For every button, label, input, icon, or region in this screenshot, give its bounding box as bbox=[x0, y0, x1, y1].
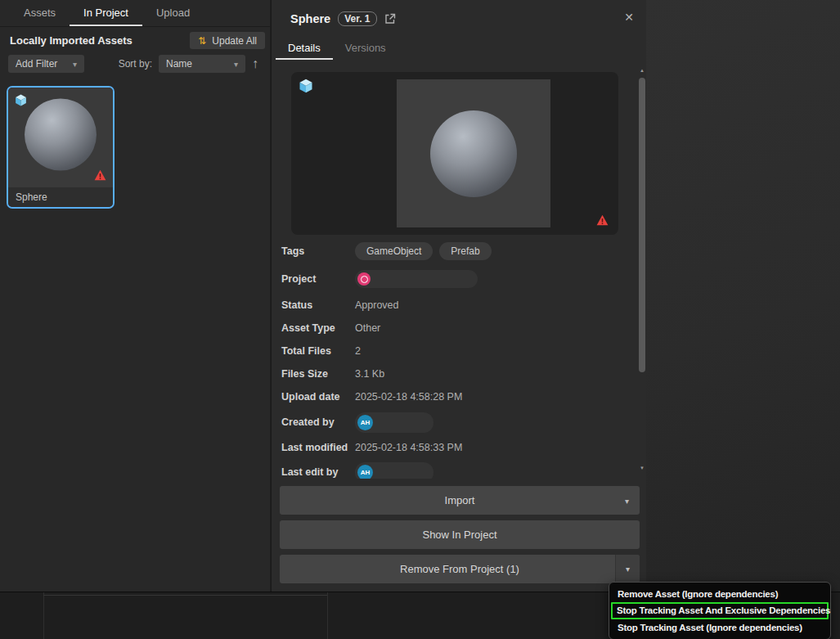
detail-header: Sphere Ver. 1 bbox=[290, 10, 396, 28]
field-row-tags: Tags GameObject Prefab bbox=[281, 241, 623, 262]
detail-scroll-area: Tags GameObject Prefab Project Status Ap… bbox=[272, 65, 638, 479]
chevron-down-icon[interactable]: ▾ bbox=[625, 496, 629, 505]
asset-title: Sphere bbox=[290, 12, 330, 25]
asset-thumbnail bbox=[8, 88, 113, 187]
sort-ascending-button[interactable]: ↑ bbox=[245, 55, 265, 73]
asset-preview-card bbox=[291, 72, 618, 235]
sort-field-value: Name bbox=[166, 58, 192, 70]
menu-item-stop-tracking-ignore[interactable]: Stop Tracking Asset (Ignore dependencies… bbox=[613, 619, 826, 636]
version-badge: Ver. 1 bbox=[338, 11, 376, 26]
warning-icon bbox=[596, 214, 609, 229]
field-row-files-size: Files Size 3.1 Kb bbox=[281, 366, 623, 382]
remove-from-project-button[interactable]: Remove From Project (1) ▾ bbox=[280, 555, 640, 583]
tag-chip[interactable]: Prefab bbox=[439, 242, 491, 260]
field-row-status: Status Approved bbox=[281, 297, 623, 313]
field-row-total-files: Total Files 2 bbox=[281, 343, 623, 359]
import-label: Import bbox=[445, 494, 475, 506]
detail-tabbar: Details Versions bbox=[276, 38, 398, 60]
field-value: Approved bbox=[355, 299, 399, 311]
field-label: Last modified bbox=[281, 442, 355, 453]
menu-item-remove-asset[interactable]: Remove Asset (Ignore dependencies) bbox=[613, 586, 826, 602]
tab-versions[interactable]: Versions bbox=[333, 38, 398, 60]
field-label: Status bbox=[281, 299, 355, 311]
asset-manager-window: Assets In Project Upload Locally Importe… bbox=[0, 0, 840, 639]
asset-detail-panel: Sphere Ver. 1 ✕ Details Versions bbox=[271, 0, 646, 592]
field-row-asset-type: Asset Type Other bbox=[281, 320, 623, 336]
project-avatar-icon bbox=[357, 272, 371, 286]
tab-details[interactable]: Details bbox=[276, 38, 333, 60]
avatar: AH bbox=[357, 465, 373, 479]
field-value: 2025-02-18 4:58:28 PM bbox=[355, 391, 462, 403]
field-value: 2025-02-18 4:58:33 PM bbox=[355, 442, 462, 453]
field-value: 3.1 Kb bbox=[355, 368, 384, 380]
prefab-cube-icon bbox=[298, 78, 314, 97]
field-label: Asset Type bbox=[281, 322, 355, 334]
section-header-row: Locally Imported Assets ⇅ Update All bbox=[10, 32, 265, 49]
add-filter-dropdown[interactable]: Add Filter ▾ bbox=[8, 55, 84, 73]
field-row-project: Project bbox=[281, 270, 623, 288]
tab-upload[interactable]: Upload bbox=[142, 0, 204, 26]
show-in-project-button[interactable]: Show In Project bbox=[280, 520, 640, 549]
sync-icon: ⇅ bbox=[198, 36, 206, 46]
field-row-upload-date: Upload date 2025-02-18 4:58:28 PM bbox=[281, 389, 623, 405]
menu-item-stop-tracking-exclusive[interactable]: Stop Tracking Asset And Exclusive Depend… bbox=[611, 602, 829, 619]
scrollbar[interactable]: ▲ ▼ bbox=[638, 65, 646, 473]
assets-list-panel: Assets In Project Upload Locally Importe… bbox=[0, 0, 270, 592]
field-label: Created by bbox=[281, 416, 355, 428]
external-link-icon[interactable] bbox=[384, 13, 396, 25]
asset-tile-sphere[interactable]: Sphere bbox=[7, 86, 115, 209]
field-label: Files Size bbox=[281, 368, 355, 380]
sphere-thumbnail-image bbox=[25, 98, 97, 170]
field-row-last-modified: Last modified 2025-02-18 4:58:33 PM bbox=[281, 439, 623, 456]
update-all-label: Update All bbox=[212, 35, 257, 47]
field-value: 2 bbox=[355, 345, 361, 357]
tab-in-project[interactable]: In Project bbox=[70, 0, 142, 26]
scrollbar-thumb[interactable] bbox=[639, 78, 645, 372]
left-panel-tabbar: Assets In Project Upload bbox=[0, 0, 270, 27]
sphere-preview-image bbox=[430, 110, 517, 197]
field-label: Total Files bbox=[281, 345, 355, 357]
asset-preview-image bbox=[397, 79, 550, 227]
tag-chip[interactable]: GameObject bbox=[355, 242, 433, 260]
asset-tile-name: Sphere bbox=[8, 187, 113, 207]
field-row-created-by: Created by AH bbox=[281, 412, 623, 433]
field-label: Last edit by bbox=[281, 466, 355, 478]
close-icon[interactable]: ✕ bbox=[624, 11, 634, 23]
field-row-last-edit-by: Last edit by AH bbox=[281, 461, 623, 479]
filter-sort-row: Add Filter ▾ Sort by: Name ▾ ↑ bbox=[8, 55, 265, 73]
add-filter-label: Add Filter bbox=[16, 58, 57, 70]
user-pill[interactable]: AH bbox=[355, 412, 433, 433]
editor-background bbox=[646, 0, 840, 592]
chevron-down-icon: ▾ bbox=[234, 60, 238, 69]
remove-options-dropdown[interactable]: ▾ bbox=[615, 555, 640, 583]
remove-from-project-label: Remove From Project (1) bbox=[400, 563, 519, 575]
prefab-cube-icon bbox=[14, 93, 28, 110]
tab-assets[interactable]: Assets bbox=[10, 0, 70, 26]
scroll-up-icon[interactable]: ▲ bbox=[638, 68, 646, 73]
field-label: Upload date bbox=[281, 391, 355, 403]
project-pill[interactable] bbox=[355, 270, 478, 288]
sort-field-dropdown[interactable]: Name ▾ bbox=[159, 55, 245, 73]
chevron-down-icon: ▾ bbox=[626, 565, 630, 574]
field-label: Project bbox=[281, 273, 355, 285]
chevron-down-icon: ▾ bbox=[73, 60, 77, 69]
user-pill[interactable]: AH bbox=[355, 462, 433, 479]
field-value: Other bbox=[355, 322, 380, 334]
remove-options-context-menu: Remove Asset (Ignore dependencies) Stop … bbox=[609, 582, 831, 639]
scroll-down-icon[interactable]: ▼ bbox=[638, 466, 646, 470]
sort-by-label: Sort by: bbox=[119, 58, 152, 70]
update-all-button[interactable]: ⇅ Update All bbox=[190, 32, 265, 49]
section-title: Locally Imported Assets bbox=[10, 34, 133, 47]
warning-icon bbox=[94, 169, 106, 184]
import-button[interactable]: Import ▾ bbox=[280, 486, 640, 515]
field-label: Tags bbox=[281, 245, 355, 257]
show-in-project-label: Show In Project bbox=[422, 529, 496, 541]
avatar: AH bbox=[357, 415, 373, 430]
